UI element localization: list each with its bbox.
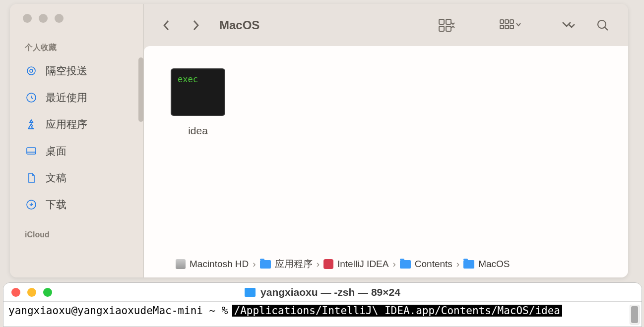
sidebar-content: 个人收藏 隔空投送 最近使用 应用程序 xyxy=(10,23,143,246)
sidebar-item-downloads[interactable]: 下载 xyxy=(22,194,135,216)
doc-icon xyxy=(25,171,38,184)
svg-rect-5 xyxy=(439,19,444,24)
terminal-scrollbar[interactable] xyxy=(630,305,640,325)
path-seg-applications[interactable]: 应用程序 xyxy=(260,258,313,271)
path-label: MacOS xyxy=(478,259,510,270)
app-icon xyxy=(323,259,333,269)
sidebar-item-label: 桌面 xyxy=(46,144,66,158)
window-controls xyxy=(10,4,143,23)
svg-rect-3 xyxy=(27,148,36,154)
svg-rect-6 xyxy=(446,19,451,24)
sidebar-item-label: 隔空投送 xyxy=(46,64,87,78)
terminal-prompt: yangxiaoxu@yangxiaoxudeMac-mini ~ % xyxy=(8,305,228,317)
back-button[interactable] xyxy=(157,15,177,35)
svg-rect-14 xyxy=(510,25,514,29)
sidebar-scrollbar[interactable] xyxy=(138,57,143,122)
sidebar-item-desktop[interactable]: 桌面 xyxy=(22,140,135,162)
sidebar-item-label: 文稿 xyxy=(46,171,66,185)
close-button[interactable] xyxy=(23,14,32,23)
svg-point-0 xyxy=(30,69,33,72)
airdrop-icon xyxy=(25,64,38,77)
chevron-right-icon: › xyxy=(317,259,320,270)
sidebar-item-label: 最近使用 xyxy=(46,91,87,105)
sidebar-item-airdrop[interactable]: 隔空投送 xyxy=(22,60,135,82)
sidebar: 个人收藏 隔空投送 最近使用 应用程序 xyxy=(10,4,144,277)
path-label: IntelliJ IDEA xyxy=(337,259,388,270)
group-button[interactable] xyxy=(498,15,523,35)
exec-icon: exec xyxy=(171,68,225,116)
svg-rect-11 xyxy=(510,20,514,23)
minimize-button[interactable] xyxy=(27,288,36,297)
svg-rect-9 xyxy=(500,20,504,23)
finder-main: MacOS xyxy=(144,4,628,277)
chevron-right-icon: › xyxy=(253,259,256,270)
path-seg-intellij[interactable]: IntelliJ IDEA xyxy=(323,259,388,270)
svg-rect-13 xyxy=(505,25,509,29)
path-seg-macintosh-hd[interactable]: Macintosh HD xyxy=(176,259,249,270)
view-mode-button[interactable] xyxy=(435,15,459,35)
chevron-right-icon: › xyxy=(456,259,459,270)
exec-badge: exec xyxy=(178,74,198,84)
desktop-icon xyxy=(25,145,38,158)
location-title: MacOS xyxy=(219,18,259,32)
terminal-header: yangxiaoxu — -zsh — 89×24 xyxy=(3,283,642,302)
sidebar-item-label: 下载 xyxy=(46,198,66,212)
minimize-button[interactable] xyxy=(39,14,48,23)
sidebar-item-label: 应用程序 xyxy=(46,117,87,131)
disk-icon xyxy=(176,259,186,269)
path-label: 应用程序 xyxy=(275,258,313,271)
terminal-title-text: yangxiaoxu — -zsh — 89×24 xyxy=(260,286,400,298)
path-label: Contents xyxy=(415,259,452,270)
pathbar: Macintosh HD › 应用程序 › IntelliJ IDEA › Co… xyxy=(171,254,614,277)
chevron-right-icon: › xyxy=(392,259,395,270)
more-button[interactable] xyxy=(557,15,581,35)
svg-point-15 xyxy=(598,20,606,28)
folder-icon xyxy=(400,260,411,269)
home-folder-icon xyxy=(245,288,256,297)
sidebar-item-documents[interactable]: 文稿 xyxy=(22,167,135,189)
file-content-area: exec idea Macintosh HD › 应用程序 › xyxy=(144,46,628,277)
close-button[interactable] xyxy=(11,288,20,297)
sidebar-section-favorites: 个人收藏 xyxy=(22,43,135,53)
download-icon xyxy=(25,198,38,211)
toolbar: MacOS xyxy=(144,4,628,46)
zoom-button[interactable] xyxy=(55,14,64,23)
sidebar-item-recents[interactable]: 最近使用 xyxy=(22,87,135,109)
sidebar-item-applications[interactable]: 应用程序 xyxy=(22,113,135,135)
scrollbar-thumb[interactable] xyxy=(631,306,638,323)
window-controls xyxy=(11,288,52,297)
svg-rect-7 xyxy=(439,26,444,31)
file-item-idea[interactable]: exec idea xyxy=(171,68,225,137)
svg-rect-10 xyxy=(505,20,509,23)
forward-button[interactable] xyxy=(186,15,205,35)
svg-point-1 xyxy=(27,67,35,75)
terminal-content[interactable]: yangxiaoxu@yangxiaoxudeMac-mini ~ % /App… xyxy=(3,302,642,320)
path-label: Macintosh HD xyxy=(190,259,249,270)
folder-icon xyxy=(260,260,271,269)
file-grid: exec idea xyxy=(171,68,614,254)
clock-icon xyxy=(25,91,38,104)
apps-icon xyxy=(25,118,38,131)
file-name: idea xyxy=(188,125,208,137)
svg-rect-8 xyxy=(446,26,451,31)
terminal-title: yangxiaoxu — -zsh — 89×24 xyxy=(3,286,642,298)
folder-icon xyxy=(463,260,474,269)
terminal-command: /Applications/IntelliJ\ IDEA.app/Content… xyxy=(232,305,562,317)
zoom-button[interactable] xyxy=(43,288,52,297)
path-seg-macos[interactable]: MacOS xyxy=(463,259,510,270)
path-seg-contents[interactable]: Contents xyxy=(400,259,452,270)
sidebar-section-icloud: iCloud xyxy=(22,230,135,239)
search-button[interactable] xyxy=(590,15,615,35)
terminal-window: yangxiaoxu — -zsh — 89×24 yangxiaoxu@yan… xyxy=(3,282,642,327)
svg-rect-12 xyxy=(500,25,504,29)
finder-window: 个人收藏 隔空投送 最近使用 应用程序 xyxy=(10,4,628,277)
